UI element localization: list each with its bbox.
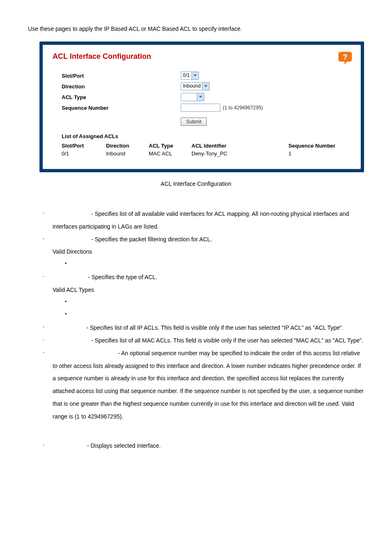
desc-acl-type-sub: Valid ACL Types	[53, 284, 364, 296]
th-acl-type: ACL Type	[149, 143, 191, 149]
assigned-acls-table: Slot/Port Direction ACL Type ACL Identif…	[62, 143, 351, 157]
desc-slot-port: - Specifies list of all available valid …	[53, 210, 349, 230]
td-acl-identifier: Deny-Tony_PC	[191, 150, 288, 157]
th-direction: Direction	[106, 143, 149, 149]
config-panel-inner: ? ACL Interface Configuration Slot/Port …	[43, 45, 361, 169]
list-item: - An optional sequence number may be spe…	[53, 347, 364, 423]
list-item: - Specifies the type of ACL. Valid ACL T…	[53, 271, 364, 321]
th-slot-port: Slot/Port	[62, 143, 106, 149]
list-item	[72, 309, 364, 321]
panel-title: ACL Interface Configuration	[53, 52, 351, 61]
submit-button[interactable]: Submit	[181, 118, 207, 126]
list-item	[72, 296, 364, 309]
table-header: Slot/Port Direction ACL Type ACL Identif…	[62, 143, 351, 149]
desc-mac-acl: - Specifies list of all MAC ACLs. This f…	[90, 337, 363, 344]
list-item	[72, 258, 364, 271]
slot-port-value: 0/1	[181, 72, 191, 79]
th-acl-identifier: ACL Identifier	[191, 143, 288, 149]
desc-acl-type: - Specifies the type of ACL.	[86, 274, 157, 280]
td-direction: Inbound	[106, 150, 149, 157]
acl-type-value	[181, 93, 197, 101]
td-slot-port: 0/1	[62, 150, 106, 157]
figure-caption: ACL Interface Configuration	[28, 180, 364, 187]
chevron-down-icon	[197, 93, 204, 101]
assigned-acls-title: List of Assigned ACLs	[62, 133, 351, 139]
th-seq-num: Sequence Number	[288, 143, 351, 149]
label-acl-type: ACL Type	[62, 94, 181, 100]
desc-direction-sub: Valid Directions	[53, 245, 364, 258]
list-item: - Specifies the packet filtering directi…	[53, 233, 364, 271]
intro-text: Use these pages to apply the IP Based AC…	[28, 25, 364, 33]
config-panel: ? ACL Interface Configuration Slot/Port …	[39, 42, 364, 172]
help-icon[interactable]: ?	[338, 51, 353, 65]
label-direction: Direction	[62, 83, 181, 90]
label-seq-num: Sequence Number	[62, 105, 181, 111]
acl-type-select[interactable]	[181, 93, 204, 101]
chevron-down-icon	[191, 72, 198, 79]
label-slot-port: Slot/Port	[62, 73, 181, 79]
direction-select[interactable]: Inbound	[181, 82, 210, 90]
td-seq-num: 1	[288, 150, 351, 157]
seq-num-input[interactable]	[181, 104, 220, 112]
description-list-2: - Displays selected interface.	[28, 439, 364, 452]
list-item: - Specifies list of all IP ACLs. This fi…	[53, 321, 364, 334]
td-acl-type: MAC ACL	[149, 150, 191, 157]
slot-port-select[interactable]: 0/1	[181, 72, 199, 80]
list-item: - Specifies list of all MAC ACLs. This f…	[53, 334, 364, 347]
desc-direction: - Specifies the packet filtering directi…	[90, 236, 212, 243]
list-item: - Displays selected interface.	[53, 439, 364, 452]
chevron-down-icon	[202, 83, 209, 90]
description-list: - Specifies list of all available valid …	[28, 208, 364, 423]
desc-selected-interface: - Displays selected interface.	[85, 442, 161, 449]
seq-num-hint: (1 to 4294967295)	[223, 105, 263, 111]
desc-ip-acl: - Specifies list of all IP ACLs. This fi…	[85, 324, 344, 331]
svg-text:?: ?	[343, 53, 348, 61]
list-item: - Specifies list of all available valid …	[53, 208, 364, 233]
desc-seq-num: - An optional sequence number may be spe…	[53, 350, 364, 420]
direction-value: Inbound	[181, 83, 202, 90]
table-row: 0/1 Inbound MAC ACL Deny-Tony_PC 1	[62, 150, 351, 157]
